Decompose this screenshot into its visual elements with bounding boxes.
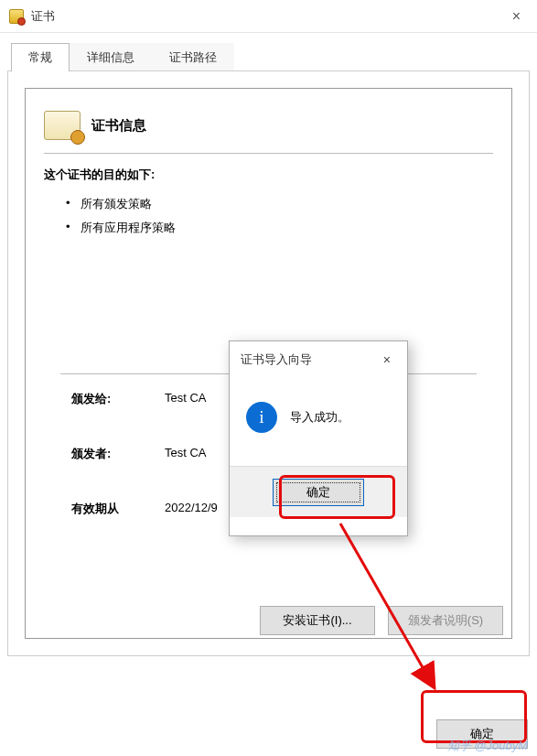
issued-to-label: 颁发给: — [71, 391, 137, 407]
titlebar: 证书 × — [0, 0, 537, 33]
cert-button-row: 安装证书(I)... 颁发者说明(S) — [260, 606, 503, 635]
dialog-message: 导入成功。 — [290, 409, 349, 426]
tab-cert-path[interactable]: 证书路径 — [152, 43, 234, 71]
certificate-large-icon — [44, 111, 81, 140]
info-icon: i — [246, 402, 277, 433]
close-icon[interactable]: × — [505, 5, 528, 28]
certificate-icon — [9, 9, 24, 24]
purpose-item: 所有应用程序策略 — [81, 220, 495, 236]
purpose-item: 所有颁发策略 — [81, 196, 495, 212]
issuer-statement-button: 颁发者说明(S) — [388, 606, 503, 635]
install-cert-button[interactable]: 安装证书(I)... — [260, 606, 375, 635]
cert-info-heading: 证书信息 — [91, 117, 146, 135]
purpose-label: 这个证书的目的如下: — [44, 167, 493, 183]
window-title: 证书 — [31, 8, 505, 25]
dialog-body: i 导入成功。 — [230, 378, 407, 466]
tab-strip: 常规 详细信息 证书路径 — [11, 42, 530, 70]
tab-general[interactable]: 常规 — [11, 43, 70, 71]
purpose-list: 所有颁发策略 所有应用程序策略 — [42, 196, 495, 236]
dialog-titlebar: 证书导入向导 × — [230, 341, 407, 378]
cert-header: 证书信息 — [44, 111, 495, 140]
valid-from-value: 2022/12/9 — [165, 501, 218, 517]
issuer-value: Test CA — [165, 446, 207, 462]
separator — [44, 153, 493, 154]
valid-from-label: 有效期从 — [71, 501, 137, 517]
watermark: 知乎 @JoubyM — [447, 738, 528, 754]
dialog-ok-button[interactable]: 确定 — [273, 479, 364, 506]
import-wizard-dialog: 证书导入向导 × i 导入成功。 确定 — [229, 340, 408, 536]
tab-details[interactable]: 详细信息 — [70, 43, 152, 71]
dialog-title: 证书导入向导 — [241, 351, 378, 368]
dialog-footer: 确定 — [230, 466, 407, 517]
dialog-close-icon[interactable]: × — [378, 351, 396, 369]
issuer-label: 颁发者: — [71, 446, 137, 462]
issued-to-value: Test CA — [165, 391, 207, 407]
